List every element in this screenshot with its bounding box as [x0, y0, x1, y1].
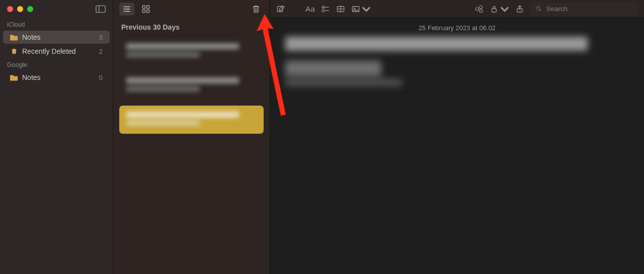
table-icon — [336, 5, 345, 14]
chevron-down-icon — [362, 5, 371, 14]
media-button[interactable] — [351, 5, 371, 14]
editor-toolbar: Aa — [270, 0, 644, 18]
trash-folder-icon — [10, 48, 18, 55]
svg-rect-3 — [147, 6, 149, 8]
sidebar: iCloud Notes 3 Recently Deleted 2 Google… — [0, 0, 113, 274]
checklist-icon — [321, 5, 330, 14]
redacted-content-icon — [126, 77, 239, 94]
note-list-item[interactable] — [119, 71, 264, 100]
list-toolbar — [113, 0, 270, 18]
svg-rect-2 — [142, 6, 145, 8]
share-icon — [515, 5, 524, 14]
search-icon — [535, 5, 542, 13]
window-controls — [0, 0, 113, 18]
svg-rect-5 — [147, 10, 149, 13]
compose-icon — [276, 5, 285, 14]
sidebar-item-count: 2 — [99, 48, 103, 55]
minimize-window-button[interactable] — [17, 6, 23, 12]
svg-rect-4 — [142, 10, 145, 13]
sidebar-google-notes[interactable]: Notes 0 — [3, 71, 110, 84]
note-body[interactable]: 25 February 2023 at 06.02 — [270, 18, 644, 274]
compose-note-button[interactable] — [276, 5, 285, 14]
note-group-header: Previous 30 Days — [113, 18, 270, 34]
text-format-button[interactable]: Aa — [305, 5, 315, 13]
search-input[interactable] — [545, 5, 633, 13]
sidebar-item-label: Notes — [22, 33, 41, 41]
checklist-button[interactable] — [321, 5, 330, 14]
gallery-view-button[interactable] — [138, 3, 153, 16]
sidebar-recently-deleted[interactable]: Recently Deleted 2 — [3, 45, 110, 58]
svg-point-17 — [479, 6, 482, 9]
table-button[interactable] — [336, 5, 345, 14]
sidebar-item-label: Notes — [22, 73, 41, 81]
svg-line-22 — [539, 10, 541, 11]
note-timestamp: 25 February 2023 at 06.02 — [285, 24, 629, 32]
link-icon — [474, 5, 484, 14]
editor-column: Aa — [270, 0, 644, 274]
share-button[interactable] — [515, 5, 524, 14]
svg-rect-19 — [492, 9, 497, 12]
photo-icon — [351, 5, 360, 14]
toggle-sidebar-button[interactable] — [96, 5, 106, 13]
maximize-window-button[interactable] — [27, 6, 33, 12]
folder-icon — [10, 34, 18, 41]
svg-point-7 — [323, 6, 325, 9]
sidebar-section-google: Google — [0, 58, 113, 70]
list-view-button[interactable] — [119, 3, 134, 16]
search-field[interactable] — [530, 3, 638, 16]
lock-note-button[interactable] — [490, 5, 509, 14]
sidebar-icloud-notes[interactable]: Notes 3 — [3, 31, 110, 44]
note-list-item-selected[interactable] — [119, 106, 264, 134]
folder-icon — [10, 74, 18, 81]
close-window-button[interactable] — [7, 6, 13, 12]
sidebar-item-label: Recently Deleted — [22, 47, 76, 55]
svg-point-21 — [536, 7, 540, 10]
note-list-item[interactable] — [119, 37, 264, 65]
svg-point-16 — [475, 8, 478, 11]
lock-icon — [490, 5, 499, 14]
redacted-content-icon — [126, 43, 239, 59]
svg-rect-0 — [96, 6, 105, 12]
svg-point-18 — [479, 9, 482, 12]
sidebar-section-icloud: iCloud — [0, 18, 113, 30]
trash-icon — [252, 5, 261, 14]
sidebar-item-count: 3 — [99, 34, 103, 41]
note-list-column: Previous 30 Days — [113, 0, 270, 274]
chevron-down-icon — [500, 5, 509, 14]
link-button[interactable] — [474, 5, 484, 14]
delete-note-button[interactable] — [249, 3, 264, 16]
redacted-content-icon — [126, 112, 239, 128]
redacted-content-icon — [285, 37, 629, 86]
sidebar-item-count: 0 — [99, 74, 103, 81]
svg-point-9 — [323, 9, 325, 12]
